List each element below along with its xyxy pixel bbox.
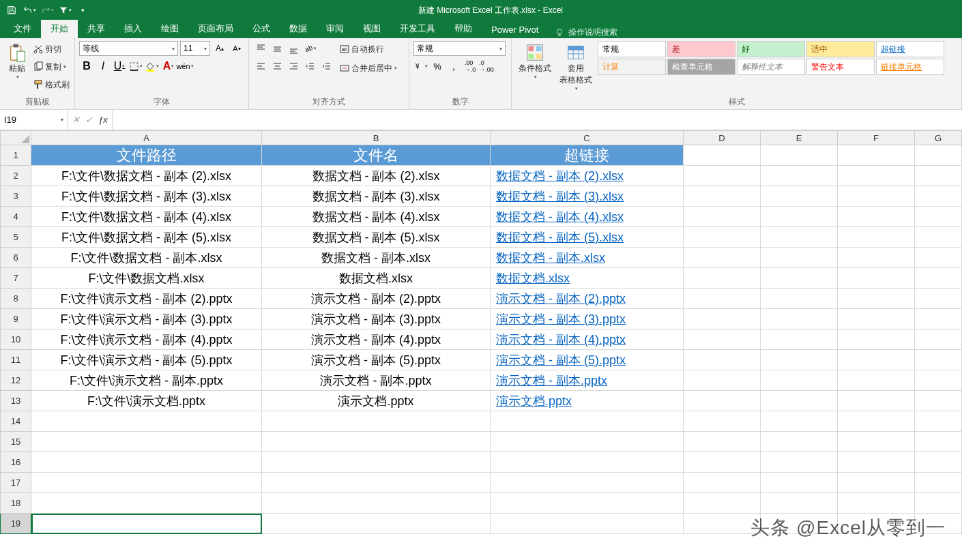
row-header-14[interactable]: 14 [0, 411, 31, 432]
cell-style-适中[interactable]: 适中 [806, 41, 875, 57]
decrease-decimal-button[interactable]: .0→.00 [479, 59, 494, 74]
cell-B16[interactable] [262, 452, 491, 473]
cell-E17[interactable] [761, 473, 838, 493]
cell-B6[interactable]: 数据文档 - 副本.xlsx [262, 248, 491, 268]
cell-B3[interactable]: 数据文档 - 副本 (3).xlsx [262, 186, 491, 207]
cell-C3[interactable]: 数据文档 - 副本 (3).xlsx [491, 186, 684, 207]
cell-F3[interactable] [838, 186, 915, 207]
cell-B9[interactable]: 演示文档 - 副本 (3).pptx [262, 309, 491, 329]
cell-B7[interactable]: 数据文档.xlsx [262, 268, 491, 289]
cell-A11[interactable]: F:\文件\演示文档 - 副本 (5).pptx [31, 350, 262, 370]
cell-D14[interactable] [684, 411, 761, 432]
grow-font-button[interactable]: A▴ [212, 41, 227, 56]
comma-format-button[interactable]: , [446, 59, 461, 74]
cell-A16[interactable] [31, 452, 262, 473]
cell-A7[interactable]: F:\文件\数据文档.xlsx [31, 268, 262, 289]
cell-B11[interactable]: 演示文档 - 副本 (5).pptx [262, 350, 491, 370]
cell-G11[interactable] [915, 350, 962, 370]
cell-G18[interactable] [915, 493, 962, 514]
cell-D13[interactable] [684, 391, 761, 411]
decrease-indent-button[interactable] [302, 59, 317, 74]
cell-F18[interactable] [838, 493, 915, 514]
tab-开发工具[interactable]: 开发工具 [390, 20, 445, 38]
tab-帮助[interactable]: 帮助 [445, 20, 482, 38]
align-center-button[interactable] [269, 59, 285, 74]
cell-D15[interactable] [684, 432, 761, 452]
fill-color-button[interactable]: ▾ [145, 59, 160, 74]
tab-数据[interactable]: 数据 [280, 20, 317, 38]
name-box[interactable]: I19▾ [0, 110, 68, 130]
row-header-17[interactable]: 17 [0, 473, 31, 493]
cell-D1[interactable] [684, 145, 761, 166]
cell-C8[interactable]: 演示文档 - 副本 (2).pptx [491, 289, 684, 309]
align-bottom-button[interactable] [286, 41, 301, 56]
qat-customize-icon[interactable]: ▾ [75, 3, 90, 18]
cell-B10[interactable]: 演示文档 - 副本 (4).pptx [262, 329, 491, 350]
percent-format-button[interactable]: % [430, 59, 445, 74]
row-header-2[interactable]: 2 [0, 166, 31, 186]
cell-style-计算[interactable]: 计算 [598, 59, 666, 75]
cell-C1[interactable]: 超链接 [491, 145, 684, 166]
hyperlink[interactable]: 数据文档 - 副本.xlsx [493, 250, 605, 266]
cell-G13[interactable] [915, 391, 962, 411]
cell-G12[interactable] [915, 370, 962, 391]
row-header-13[interactable]: 13 [0, 391, 31, 411]
cell-E5[interactable] [761, 227, 838, 248]
cell-style-好[interactable]: 好 [737, 41, 805, 57]
format-as-table-button[interactable]: 套用 表格格式▾ [557, 41, 595, 93]
cell-E4[interactable] [761, 207, 838, 227]
cell-style-检查单元格[interactable]: 检查单元格 [667, 59, 735, 75]
cell-A18[interactable] [31, 493, 262, 514]
bold-button[interactable]: B [79, 59, 94, 74]
cell-B19[interactable] [262, 514, 491, 534]
cell-B13[interactable]: 演示文档.pptx [262, 391, 491, 411]
cell-E14[interactable] [761, 411, 838, 432]
cell-E19[interactable] [761, 514, 838, 534]
cell-G10[interactable] [915, 329, 962, 350]
fx-icon[interactable]: ƒx [98, 115, 108, 125]
cell-G19[interactable] [915, 514, 962, 534]
undo-icon[interactable]: ▾ [22, 3, 37, 18]
shrink-font-button[interactable]: A▾ [229, 41, 244, 56]
cancel-icon[interactable]: ✕ [72, 115, 80, 125]
cell-C11[interactable]: 演示文档 - 副本 (5).pptx [491, 350, 684, 370]
cell-C19[interactable] [491, 514, 684, 534]
cell-D6[interactable] [684, 248, 761, 268]
tab-插入[interactable]: 插入 [115, 20, 151, 38]
cell-F2[interactable] [838, 166, 915, 186]
cell-D7[interactable] [684, 268, 761, 289]
cell-C9[interactable]: 演示文档 - 副本 (3).pptx [491, 309, 684, 329]
number-format-select[interactable]: 常规▾ [413, 41, 506, 56]
cell-C16[interactable] [491, 452, 684, 473]
cell-A9[interactable]: F:\文件\演示文档 - 副本 (3).pptx [31, 309, 262, 329]
cell-style-解释性文本[interactable]: 解释性文本 [737, 59, 805, 75]
tab-公式[interactable]: 公式 [243, 20, 280, 38]
cut-button[interactable]: 剪切 [33, 41, 70, 57]
row-header-6[interactable]: 6 [0, 248, 31, 268]
cell-A5[interactable]: F:\文件\数据文档 - 副本 (5).xlsx [31, 227, 262, 248]
cell-D11[interactable] [684, 350, 761, 370]
row-header-18[interactable]: 18 [0, 493, 31, 514]
align-left-button[interactable] [253, 59, 268, 74]
cell-F5[interactable] [838, 227, 915, 248]
cell-C4[interactable]: 数据文档 - 副本 (4).xlsx [491, 207, 684, 227]
hyperlink[interactable]: 演示文档 - 副本 (2).pptx [493, 291, 626, 307]
cell-G7[interactable] [915, 268, 962, 289]
cell-E2[interactable] [761, 166, 838, 186]
tab-文件[interactable]: 文件 [4, 20, 41, 38]
hyperlink[interactable]: 数据文档 - 副本 (3).xlsx [493, 188, 624, 205]
hyperlink[interactable]: 演示文档 - 副本 (5).pptx [493, 352, 626, 368]
copy-button[interactable]: 复制▾ [33, 59, 70, 75]
cell-style-警告文本[interactable]: 警告文本 [806, 59, 875, 75]
cell-E12[interactable] [761, 370, 838, 391]
align-right-button[interactable] [286, 59, 301, 74]
cell-D19[interactable] [684, 514, 761, 534]
redo-icon[interactable]: ▾ [40, 3, 55, 18]
font-name-select[interactable]: 等线▾ [79, 41, 178, 56]
increase-decimal-button[interactable]: .00→.0 [463, 59, 478, 74]
hyperlink[interactable]: 数据文档 - 副本 (5).xlsx [493, 229, 624, 246]
row-header-9[interactable]: 9 [0, 309, 31, 329]
column-header-B[interactable]: B [262, 130, 491, 145]
tab-审阅[interactable]: 审阅 [317, 20, 353, 38]
cell-A13[interactable]: F:\文件\演示文档.pptx [31, 391, 262, 411]
